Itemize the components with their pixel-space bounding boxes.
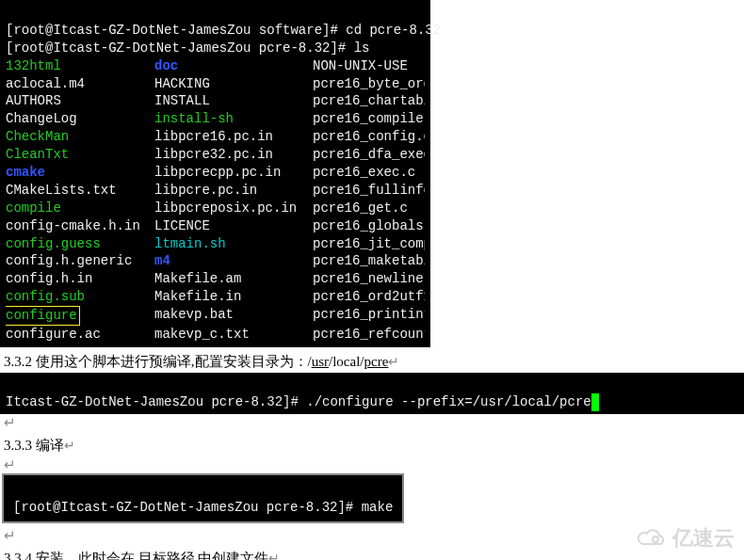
ls-file: pcre16_ord2utf16 <box>313 288 425 306</box>
pilcrow-icon: ↵ <box>0 414 744 431</box>
ls-file: pcre16_byte_orde <box>313 75 425 93</box>
ls-row: compilelibpcreposix.pc.inpcre16_get.c <box>6 200 425 217</box>
path-part: usr <box>312 354 329 369</box>
ls-file: ChangeLog <box>6 110 154 128</box>
ls-file: pcre16_config.c <box>313 128 425 146</box>
shell-prompt: [root@Itcast-GZ-DotNet-JamesZou software… <box>6 23 346 38</box>
ls-row: CleanTxtlibpcre32.pc.inpcre16_dfa_exec. <box>6 146 425 164</box>
ls-file: configure.ac <box>6 326 154 344</box>
terminal-ls-output: [root@Itcast-GZ-DotNet-JamesZou software… <box>0 0 430 347</box>
ls-file: 132html <box>6 57 154 75</box>
ls-row: config.subMakefile.inpcre16_ord2utf16 <box>6 288 425 306</box>
ls-row: config-cmake.h.inLICENCEpcre16_globals.c <box>6 217 425 235</box>
ls-file: ltmain.sh <box>154 235 313 253</box>
ls-file: libpcre.pc.in <box>154 182 313 200</box>
ls-file: pcre16_chartable <box>313 92 425 110</box>
ls-row: CMakeLists.txtlibpcre.pc.inpcre16_fullin… <box>6 182 425 200</box>
ls-file: configure <box>6 306 154 326</box>
ls-file: pcre16_fullinfo. <box>313 182 425 200</box>
ls-file: libpcre32.pc.in <box>154 146 313 164</box>
ls-file: libpcrecpp.pc.in <box>154 164 313 182</box>
ls-row: config.guessltmain.shpcre16_jit_compi <box>6 235 425 253</box>
ls-file: pcre16_printint. <box>313 306 425 326</box>
ls-file: libpcreposix.pc.in <box>154 200 313 217</box>
step-number: 3.3.3 <box>4 438 36 453</box>
terminal-configure: Itcast-GZ-DotNet-JamesZou pcre-8.32]# ./… <box>0 373 744 414</box>
ls-file: libpcre16.pc.in <box>154 128 313 146</box>
ls-file: INSTALL <box>154 92 313 110</box>
ls-row: AUTHORSINSTALLpcre16_chartable <box>6 92 425 110</box>
ls-file: CheckMan <box>6 128 154 146</box>
step-number: 3.3.4 <box>4 551 36 560</box>
ls-file: pcre16_dfa_exec. <box>313 146 425 164</box>
pilcrow-icon: ↵ <box>0 456 744 473</box>
ls-row: ChangeLoginstall-shpcre16_compile.c <box>6 110 425 128</box>
ls-file: config.h.generic <box>6 252 154 270</box>
ls-file: doc <box>154 57 313 75</box>
shell-prompt: [root@Itcast-GZ-DotNet-JamesZou pcre-8.3… <box>6 40 354 56</box>
shell-prompt: Itcast-GZ-DotNet-JamesZou pcre-8.32]# <box>6 394 306 409</box>
ls-file: config.guess <box>6 235 154 253</box>
doc-step-333: 3.3.3 编译↵ <box>0 431 744 456</box>
pilcrow-icon: ↵ <box>268 552 280 560</box>
shell-cmd: ./configure --prefix=/usr/local/pcre <box>306 394 590 409</box>
cloud-icon <box>637 527 669 550</box>
ls-file: config.h.in <box>6 270 154 288</box>
cursor-block <box>591 393 599 411</box>
terminal-make: [root@Itcast-GZ-DotNet-JamesZou pcre-8.3… <box>2 473 404 524</box>
svg-point-0 <box>653 536 658 542</box>
path-sep: /local/ <box>329 354 364 369</box>
shell-cmd: cd pcre-8.32 <box>346 23 441 38</box>
ls-file: pcre16_compile.c <box>313 110 425 128</box>
ls-file: pcre16_maketable <box>313 252 425 270</box>
watermark-text: 亿速云 <box>672 524 735 552</box>
ls-file: pcre16_refcount. <box>313 326 425 344</box>
ls-file: config-cmake.h.in <box>6 217 154 235</box>
pilcrow-icon: ↵ <box>0 523 744 544</box>
ls-row: cmakelibpcrecpp.pc.inpcre16_exec.c <box>6 164 425 182</box>
shell-cmd: ls <box>354 40 370 56</box>
doc-step-334: 3.3.4 安装，此时会在 目标路径 中创建文件↵ <box>0 544 744 560</box>
ls-file: pcre16_exec.c <box>313 164 425 182</box>
doc-step-332: 3.3.2 使用这个脚本进行预编译,配置安装目录为：/usr/local/pcr… <box>0 347 744 373</box>
ls-row: CheckManlibpcre16.pc.inpcre16_config.c <box>6 128 425 146</box>
ls-file: makevp.bat <box>154 306 313 326</box>
watermark: 亿速云 <box>637 524 735 552</box>
ls-file: pcre16_jit_compi <box>313 235 425 253</box>
ls-row: configuremakevp.batpcre16_printint. <box>6 306 425 326</box>
ls-row: configure.acmakevp_c.txtpcre16_refcount. <box>6 326 425 344</box>
ls-file: CleanTxt <box>6 146 154 164</box>
pilcrow-icon: ↵ <box>388 355 399 369</box>
ls-file: NON-UNIX-USE <box>313 57 425 75</box>
ls-file: compile <box>6 200 154 217</box>
step-text: 安装，此时会在 目标路径 中创建文件 <box>36 551 269 560</box>
step-text: 编译 <box>36 438 64 453</box>
ls-file: pcre16_get.c <box>313 200 425 217</box>
ls-file: CMakeLists.txt <box>6 182 154 200</box>
ls-file: aclocal.m4 <box>6 75 154 93</box>
ls-file: m4 <box>154 252 313 270</box>
step-number: 3.3.2 <box>4 354 36 369</box>
pilcrow-icon: ↵ <box>64 439 75 453</box>
ls-file: cmake <box>6 164 154 182</box>
ls-file: install-sh <box>154 110 313 128</box>
ls-file: Makefile.am <box>154 270 313 288</box>
ls-file: HACKING <box>154 75 313 93</box>
shell-cmd: make <box>362 500 394 515</box>
ls-file: Makefile.in <box>154 288 313 306</box>
ls-row: aclocal.m4HACKINGpcre16_byte_orde <box>6 75 425 93</box>
shell-prompt: [root@Itcast-GZ-DotNet-JamesZou pcre-8.3… <box>13 500 362 515</box>
ls-file: pcre16_globals.c <box>313 217 425 235</box>
path-part: pcre <box>364 354 389 369</box>
ls-file: AUTHORS <box>6 92 154 110</box>
ls-file: pcre16_newline.c <box>313 270 425 288</box>
ls-file: makevp_c.txt <box>154 326 313 344</box>
step-text: 使用这个脚本进行预编译,配置安装目录为：/ <box>36 354 312 369</box>
ls-file: config.sub <box>6 288 154 306</box>
ls-row: 132htmldocNON-UNIX-USE <box>6 57 425 75</box>
ls-file: LICENCE <box>154 217 313 235</box>
ls-row: config.h.inMakefile.ampcre16_newline.c <box>6 270 425 288</box>
ls-row: config.h.genericm4pcre16_maketable <box>6 252 425 270</box>
